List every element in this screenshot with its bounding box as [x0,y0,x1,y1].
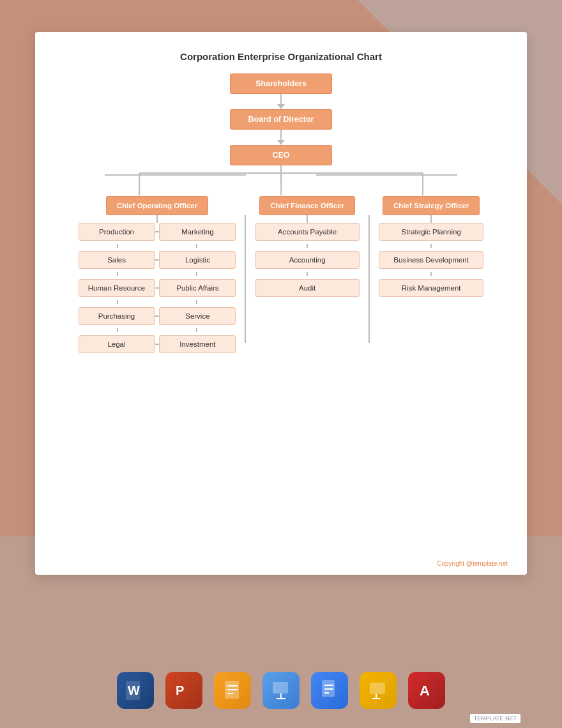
svg-text:P: P [176,683,184,697]
cfo-v [307,215,308,223]
dash1 [155,231,160,232]
keynote-icon[interactable] [262,672,300,709]
investment-box: Investment [159,335,236,353]
word-icon[interactable]: W [117,672,154,709]
powerpoint-icon[interactable]: P [165,672,202,709]
biz-dev-box: Business Development [379,251,483,269]
chart-title: Corporation Enterprise Organizational Ch… [51,51,511,62]
logistic-box: Logistic [159,251,236,269]
gslides-icon[interactable] [360,672,397,709]
production-box: Production [79,223,155,241]
sales-box: Sales [79,251,155,269]
dash2 [155,259,160,261]
cfo-subs: Accounts Payable Accounting Audit [249,223,365,297]
coo-row4: Purchasing Service [79,307,236,325]
branch-svg [70,173,492,205]
row-connector [79,244,236,248]
watermark: TEMPLATE.NET [470,714,520,723]
hr-box: Human Resource [79,279,155,297]
org-chart: Shareholders Board of Director CEO [51,73,511,353]
svg-rect-11 [273,682,288,694]
accounting-box: Accounting [255,251,360,269]
cso-v [430,215,432,223]
cso-col: Chief Strategy Officer Strategic Plannin… [370,196,492,353]
coo-row3: Human Resource Public Affairs [79,279,236,297]
coo-col: Chief Operating Officer Production Marke… [70,196,245,353]
purchasing-box: Purchasing [79,307,155,325]
coo-row2: Sales Logistic [79,251,236,269]
chiefs-row: Chief Operating Officer Production Marke… [70,196,492,353]
cfo-col: Chief Finance Officer Accounts Payable A… [246,196,368,353]
legal-box: Legal [79,335,155,353]
risk-mgmt-box: Risk Management [379,279,483,297]
arrow-2 [277,140,285,145]
coo-subs: Production Marketing Sales Logistic [70,223,245,353]
app-toolbar: W P [35,672,527,709]
coo-v [156,215,158,223]
connector-v2 [280,130,282,140]
accounts-payable-box: Accounts Payable [255,223,360,241]
coo-row1: Production Marketing [79,223,236,241]
public-affairs-box: Public Affairs [159,279,236,297]
acrobat-icon[interactable]: A [408,672,445,709]
marketing-box: Marketing [159,223,236,241]
copyright: Copyright @template.net [437,560,508,567]
cso-subs: Strategic Planning Business Development … [373,223,489,297]
ceo-box: CEO [230,145,332,165]
gdocs-icon[interactable] [311,672,348,709]
connector-v1 [280,94,282,104]
coo-row5: Legal Investment [79,335,236,353]
copyright-link: @template.net [466,560,508,567]
svg-rect-18 [370,683,385,694]
svg-text:A: A [420,683,430,699]
strategic-planning-box: Strategic Planning [379,223,483,241]
board-box: Board of Director [230,109,332,130]
arrow-1 [277,104,285,109]
service-box: Service [159,307,236,325]
svg-text:W: W [128,683,140,697]
audit-box: Audit [255,279,360,297]
shareholders-box: Shareholders [230,73,332,94]
main-card: Corporation Enterprise Organizational Ch… [35,32,527,575]
pages-icon[interactable] [214,672,251,709]
